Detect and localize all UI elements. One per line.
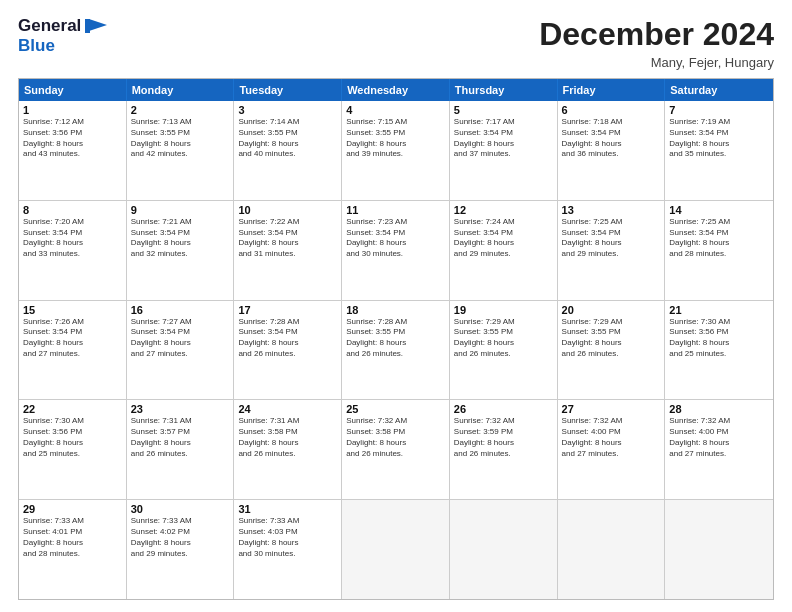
cell-info-line: Daylight: 8 hours [131,238,230,249]
cell-info-line: Daylight: 8 hours [669,139,769,150]
day-cell-13: 13Sunrise: 7:25 AMSunset: 3:54 PMDayligh… [558,201,666,300]
cell-info-line: and 25 minutes. [669,349,769,360]
calendar-row-4: 22Sunrise: 7:30 AMSunset: 3:56 PMDayligh… [19,400,773,500]
calendar-row-5: 29Sunrise: 7:33 AMSunset: 4:01 PMDayligh… [19,500,773,599]
cell-info-line: Sunrise: 7:28 AM [238,317,337,328]
cell-info-line: and 31 minutes. [238,249,337,260]
cell-info-line: Sunset: 3:55 PM [562,327,661,338]
day-cell-20: 20Sunrise: 7:29 AMSunset: 3:55 PMDayligh… [558,301,666,400]
cell-info-line: and 28 minutes. [23,549,122,560]
day-number: 3 [238,104,337,116]
cell-info-line: Sunset: 4:00 PM [669,427,769,438]
cell-info-line: Daylight: 8 hours [669,438,769,449]
day-number: 6 [562,104,661,116]
cell-info-line: Sunrise: 7:33 AM [238,516,337,527]
cell-info-line: Sunset: 3:57 PM [131,427,230,438]
cell-info-line: Sunrise: 7:12 AM [23,117,122,128]
day-number: 30 [131,503,230,515]
cell-info-line: Sunrise: 7:17 AM [454,117,553,128]
calendar-outer: SundayMondayTuesdayWednesdayThursdayFrid… [18,78,774,600]
day-cell-30: 30Sunrise: 7:33 AMSunset: 4:02 PMDayligh… [127,500,235,599]
day-number: 29 [23,503,122,515]
cell-info-line: and 29 minutes. [562,249,661,260]
cell-info-line: and 30 minutes. [346,249,445,260]
cell-info-line: Daylight: 8 hours [23,438,122,449]
cell-info-line: and 43 minutes. [23,149,122,160]
day-cell-4: 4Sunrise: 7:15 AMSunset: 3:55 PMDaylight… [342,101,450,200]
cell-info-line: and 26 minutes. [238,349,337,360]
calendar-row-1: 1Sunrise: 7:12 AMSunset: 3:56 PMDaylight… [19,101,773,201]
cell-info-line: Sunset: 3:59 PM [454,427,553,438]
day-cell-6: 6Sunrise: 7:18 AMSunset: 3:54 PMDaylight… [558,101,666,200]
cell-info-line: Sunset: 3:55 PM [346,128,445,139]
cell-info-line: Sunset: 3:54 PM [454,128,553,139]
day-cell-27: 27Sunrise: 7:32 AMSunset: 4:00 PMDayligh… [558,400,666,499]
day-cell-22: 22Sunrise: 7:30 AMSunset: 3:56 PMDayligh… [19,400,127,499]
cell-info-line: and 42 minutes. [131,149,230,160]
cell-info-line: Sunrise: 7:26 AM [23,317,122,328]
cell-info-line: and 26 minutes. [454,449,553,460]
cell-info-line: Daylight: 8 hours [131,338,230,349]
cell-info-line: Daylight: 8 hours [454,438,553,449]
cell-info-line: Daylight: 8 hours [238,139,337,150]
cell-info-line: Sunset: 3:54 PM [238,228,337,239]
cell-info-line: Sunset: 3:56 PM [23,427,122,438]
day-number: 23 [131,403,230,415]
day-cell-16: 16Sunrise: 7:27 AMSunset: 3:54 PMDayligh… [127,301,235,400]
day-cell-11: 11Sunrise: 7:23 AMSunset: 3:54 PMDayligh… [342,201,450,300]
day-cell-24: 24Sunrise: 7:31 AMSunset: 3:58 PMDayligh… [234,400,342,499]
cell-info-line: Daylight: 8 hours [562,438,661,449]
cell-info-line: Daylight: 8 hours [238,238,337,249]
cell-info-line: Sunrise: 7:31 AM [131,416,230,427]
day-number: 16 [131,304,230,316]
cell-info-line: Sunrise: 7:31 AM [238,416,337,427]
cell-info-line: Sunset: 4:03 PM [238,527,337,538]
cell-info-line: and 28 minutes. [669,249,769,260]
calendar-header: SundayMondayTuesdayWednesdayThursdayFrid… [19,79,773,101]
cell-info-line: Sunrise: 7:33 AM [131,516,230,527]
cell-info-line: Sunrise: 7:28 AM [346,317,445,328]
cell-info-line: Daylight: 8 hours [562,139,661,150]
day-number: 22 [23,403,122,415]
cell-info-line: Sunrise: 7:18 AM [562,117,661,128]
cell-info-line: Sunrise: 7:25 AM [562,217,661,228]
day-number: 24 [238,403,337,415]
cell-info-line: Sunset: 3:54 PM [238,327,337,338]
cell-info-line: Sunrise: 7:32 AM [669,416,769,427]
day-number: 11 [346,204,445,216]
cell-info-line: and 27 minutes. [131,349,230,360]
cell-info-line: and 36 minutes. [562,149,661,160]
cell-info-line: and 30 minutes. [238,549,337,560]
cell-info-line: Sunset: 4:01 PM [23,527,122,538]
cell-info-line: Sunrise: 7:32 AM [346,416,445,427]
cell-info-line: and 33 minutes. [23,249,122,260]
cell-info-line: Daylight: 8 hours [454,238,553,249]
cell-info-line: Sunset: 3:54 PM [23,228,122,239]
logo-general: General [18,16,81,36]
cell-info-line: Sunset: 3:54 PM [131,327,230,338]
cell-info-line: Sunset: 3:54 PM [562,228,661,239]
cell-info-line: Daylight: 8 hours [23,238,122,249]
day-cell-23: 23Sunrise: 7:31 AMSunset: 3:57 PMDayligh… [127,400,235,499]
cell-info-line: Daylight: 8 hours [346,238,445,249]
day-number: 1 [23,104,122,116]
cell-info-line: Sunset: 3:54 PM [454,228,553,239]
day-number: 20 [562,304,661,316]
cell-info-line: Sunrise: 7:27 AM [131,317,230,328]
cell-info-line: Sunrise: 7:19 AM [669,117,769,128]
cell-info-line: Daylight: 8 hours [346,338,445,349]
day-header-friday: Friday [558,79,666,101]
cell-info-line: Sunrise: 7:24 AM [454,217,553,228]
cell-info-line: Sunrise: 7:13 AM [131,117,230,128]
day-cell-7: 7Sunrise: 7:19 AMSunset: 3:54 PMDaylight… [665,101,773,200]
cell-info-line: and 26 minutes. [454,349,553,360]
day-header-thursday: Thursday [450,79,558,101]
cell-info-line: Sunrise: 7:30 AM [669,317,769,328]
cell-info-line: Sunset: 3:58 PM [238,427,337,438]
cell-info-line: Sunrise: 7:15 AM [346,117,445,128]
cell-info-line: and 25 minutes. [23,449,122,460]
cell-info-line: Sunset: 3:54 PM [346,228,445,239]
svg-marker-0 [89,19,107,31]
cell-info-line: Sunset: 3:55 PM [131,128,230,139]
day-number: 5 [454,104,553,116]
